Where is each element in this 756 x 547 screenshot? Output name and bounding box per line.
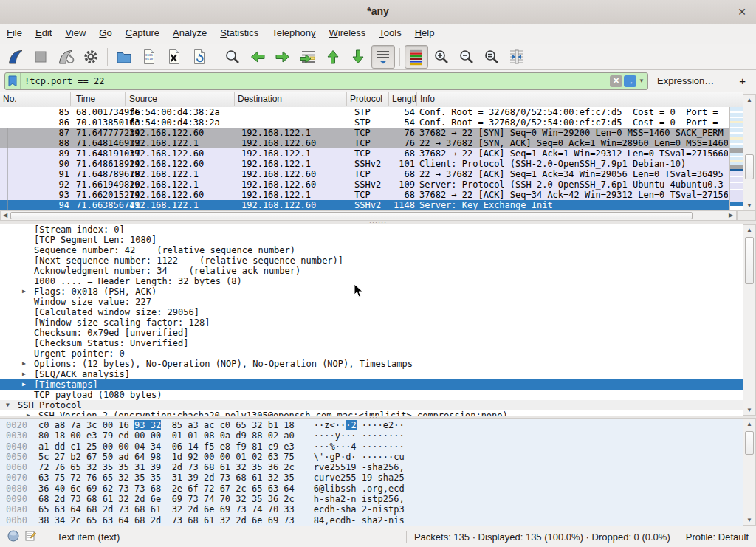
go-first-icon[interactable] [321,45,345,69]
detail-tcp-payload-1080-bytes-[interactable]: TCP payload (1080 bytes) [0,390,743,400]
collapse-icon[interactable]: ▼ [6,400,10,410]
menu-help[interactable]: Help [408,24,441,44]
scroll-down-icon[interactable]: ▼ [743,515,755,525]
hex-row-0090[interactable]: 009068 2d 73 68 61 32 2d 6e 69 73 74 70 … [0,494,743,504]
go-last-icon[interactable] [346,45,370,69]
detail-1000-header-length-32-bytes-8-[interactable]: 1000 .... = Header Length: 32 bytes (8) [0,276,743,286]
resize-columns-icon[interactable] [505,45,529,69]
packet-row-94[interactable]: 9471.663856741192.168.122.1192.168.122.6… [0,200,729,210]
go-back-icon[interactable] [246,45,269,69]
expression-button[interactable]: Expression… [648,75,723,86]
packet-row-92[interactable]: 9271.661949820192.168.122.1192.168.122.6… [0,179,729,190]
open-file-icon[interactable] [112,45,136,69]
details-vscrollbar[interactable]: ▲ ▼ [743,224,756,416]
expand-icon[interactable]: ▶ [22,369,26,379]
column-header-protocol[interactable]: Protocol [347,92,389,106]
detail--checksum-status-unverified-[interactable]: [Checksum Status: Unverified] [0,338,743,348]
detail--tcp-segment-len-1080-[interactable]: [TCP Segment Len: 1080] [0,235,743,245]
menu-analyze[interactable]: Analyze [166,24,213,44]
colorize-icon[interactable] [405,45,428,69]
menu-file[interactable]: File [0,24,29,44]
scroll-thumb[interactable] [745,154,754,179]
scroll-up-icon[interactable]: ▲ [743,225,755,235]
expand-icon[interactable]: ▶ [22,286,26,297]
packet-row-90[interactable]: 9071.648618924192.168.122.60192.168.122.… [0,159,729,169]
detail--seq-ack-analysis-[interactable]: ▶[SEQ/ACK analysis] [0,369,743,379]
hex-row-0080[interactable]: 008036 40 6c 69 62 73 73 68 2e 6f 72 67 … [0,484,743,494]
column-header-source[interactable]: Source [126,92,235,106]
hex-row-00a0[interactable]: 00a065 63 64 68 2d 73 68 61 32 2d 6e 69 … [0,504,743,515]
menu-wireless[interactable]: Wireless [323,24,373,44]
hex-row-0030[interactable]: 003080 18 00 e3 79 ed 00 00 01 01 08 0a … [0,430,743,441]
bytes-vscrollbar[interactable]: ▲ ▼ [743,419,756,526]
detail--next-sequence-number-1122-rel[interactable]: [Next sequence number: 1122 (relative se… [0,255,743,266]
detail--calculated-window-size-29056-[interactable]: [Calculated window size: 29056] [0,307,743,317]
menu-view[interactable]: View [58,24,92,44]
add-filter-button[interactable]: + [733,75,752,87]
column-header-destination[interactable]: Destination [235,92,347,106]
close-file-icon[interactable] [162,45,186,69]
close-icon[interactable]: ✕ [735,5,749,18]
scroll-up-icon[interactable]: ▲ [743,419,755,429]
packet-row-86[interactable]: 8670.013850163fe:54:00:d4:38:2aSTP54Conf… [0,117,729,128]
packet-row-93[interactable]: 9371.662015274192.168.122.60192.168.122.… [0,190,729,200]
scroll-down-icon[interactable]: ▼ [743,201,755,210]
detail-urgent-pointer-0[interactable]: Urgent pointer: 0 [0,348,743,359]
find-packet-icon[interactable] [221,45,244,69]
stop-capture-icon[interactable] [29,45,52,69]
scroll-right-icon[interactable]: ▶ [726,211,735,220]
column-header-time[interactable]: Time [71,92,126,106]
zoom-in-icon[interactable] [430,45,453,69]
hex-row-0020[interactable]: 0020c0 a8 7a 3c 00 16 93 32 85 a3 ac c0 … [0,420,743,430]
expert-info-icon[interactable] [7,530,19,544]
packet-row-89[interactable]: 8971.648191037192.168.122.60192.168.122.… [0,148,729,159]
packet-row-87[interactable]: 8771.647777234192.168.122.60192.168.122.… [0,128,729,138]
zoom-original-icon[interactable] [480,45,504,69]
packet-row-88[interactable]: 8871.648146932192.168.122.1192.168.122.6… [0,138,729,148]
scroll-down-icon[interactable]: ▼ [743,405,755,415]
scroll-thumb[interactable] [10,212,693,219]
menu-statistics[interactable]: Statistics [213,24,265,44]
hex-row-00b0[interactable]: 00b038 34 2c 65 63 64 68 2d 73 68 61 32 … [0,515,743,526]
auto-scroll-icon[interactable] [371,45,395,69]
start-capture-icon[interactable] [4,45,27,69]
packet-row-91[interactable]: 9171.648789678192.168.122.1192.168.122.6… [0,169,729,179]
detail--stream-index-0-[interactable]: [Stream index: 0] [0,224,743,235]
scroll-left-icon[interactable]: ◀ [1,211,10,220]
detail-sequence-number-42-relative-se[interactable]: Sequence number: 42 (relative sequence n… [0,245,743,255]
capture-options-icon[interactable] [79,45,103,69]
menu-capture[interactable]: Capture [119,24,166,44]
hex-row-0070[interactable]: 007063 75 72 76 65 32 35 35 31 39 2d 73 … [0,472,743,483]
detail--timestamps-[interactable]: ▶[Timestamps] [0,379,743,390]
hex-row-0050[interactable]: 00505c 27 b2 67 50 ad 64 98 1d 92 00 00 … [0,452,743,462]
save-file-icon[interactable]: 01010110 [137,45,161,69]
capture-comment-icon[interactable] [25,530,36,543]
packet-list-hscrollbar[interactable]: ◀ ▶ [0,210,737,221]
profile-status[interactable]: Profile: Default [686,531,756,543]
bookmark-icon[interactable] [5,73,21,89]
menu-go[interactable]: Go [92,24,118,44]
expand-icon[interactable]: ▶ [22,379,26,390]
scroll-thumb[interactable] [745,237,754,284]
go-to-packet-icon[interactable] [296,45,320,69]
intelligent-scrollbar[interactable] [729,107,743,210]
packet-list-vscrollbar[interactable]: ▲ ▼ [743,94,756,211]
scroll-thumb[interactable] [745,431,754,455]
expand-icon[interactable]: ▶ [22,359,26,369]
title-bar[interactable]: *any ✕ [0,0,756,25]
display-filter-input[interactable]: !tcp.port == 22 ✕ → ▼ [4,72,648,90]
detail-flags-0x018-psh-ack-[interactable]: ▶Flags: 0x018 (PSH, ACK) [0,286,743,297]
filter-history-chevron-icon[interactable]: ▼ [638,78,647,84]
menu-telephony[interactable]: Telephony [265,24,322,44]
apply-filter-icon[interactable]: → [624,75,636,87]
menu-tools[interactable]: Tools [372,24,408,44]
clear-filter-icon[interactable]: ✕ [610,75,622,87]
zoom-out-icon[interactable] [455,45,478,69]
scroll-up-icon[interactable]: ▲ [743,95,755,105]
detail-options-12-bytes-no-operation-[interactable]: ▶Options: (12 bytes), No-Operation (NOP)… [0,359,743,369]
hex-row-0040[interactable]: 0040a1 dd c1 25 00 00 04 34 06 14 f5 e8 … [0,441,743,452]
column-header-info[interactable]: Info [417,92,743,106]
column-header-no[interactable]: No. [0,92,71,106]
detail--window-size-scaling-factor-12[interactable]: [Window size scaling factor: 128] [0,317,743,328]
go-forward-icon[interactable] [271,45,295,69]
